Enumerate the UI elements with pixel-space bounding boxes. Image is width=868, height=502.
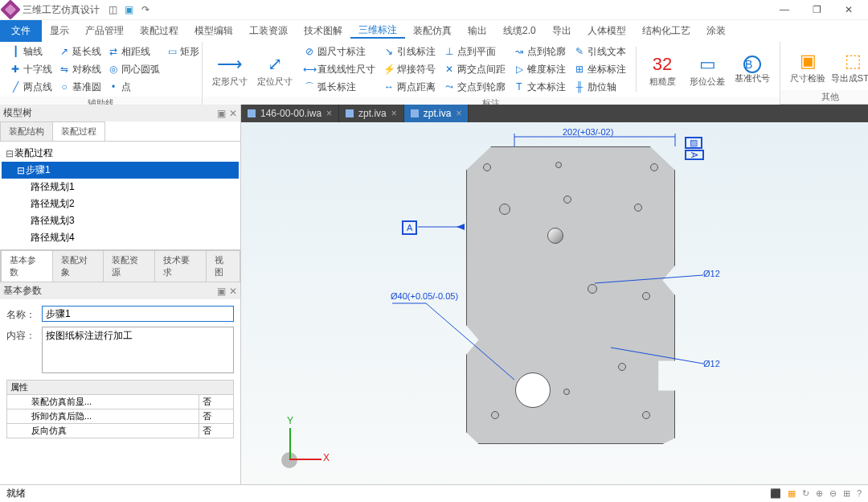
chart-icon[interactable]: ◫ [108,4,117,15]
status-icon[interactable]: ⊕ [816,488,823,499]
tree-step[interactable]: 步骤1 [26,163,51,177]
tab-assembly-structure[interactable]: 装配结构 [0,121,53,141]
doctab[interactable]: 146-00-00.iwa× [241,105,339,122]
tab-assembly-process[interactable]: 装配过程 [52,121,105,141]
aux-cross[interactable]: ✚十字线 [10,61,52,77]
anno-pttoplane[interactable]: ⊥点到平面 [444,43,506,60]
anno-coord[interactable]: ⊞坐标标注 [574,61,626,77]
menu-item[interactable]: 产品管理 [77,24,132,38]
menu-item[interactable]: 人体模型 [579,24,634,38]
menu-item[interactable]: 装配仿真 [405,24,460,38]
anno-leader[interactable]: ↘引线标注 [383,43,436,60]
tab-assembly-obj[interactable]: 装配对象 [52,250,104,282]
anno-text[interactable]: T文本标注 [514,79,566,95]
redo-icon[interactable]: ↷ [141,4,149,15]
input-name[interactable] [42,306,234,322]
aux-point[interactable]: •点 [108,79,160,95]
close-tab-icon[interactable]: × [391,108,397,119]
tab-view[interactable]: 视图 [206,250,240,282]
window-close[interactable]: ✕ [833,0,865,19]
tree-root[interactable]: 装配过程 [14,146,53,160]
tab-basic-param[interactable]: 基本参数 [1,250,53,282]
anno-leadertext[interactable]: ✎引线文本 [574,43,626,60]
anno-linear[interactable]: ⟷直线线性尺寸 [304,61,375,77]
window-minimize[interactable]: — [768,0,800,19]
status-icon[interactable]: ⊞ [843,488,850,499]
close-tab-icon[interactable]: × [456,108,461,119]
close-panel-icon[interactable]: ✕ [229,108,237,119]
big-roughness[interactable]: 32粗糙度 [640,52,685,86]
menubar: 文件 显示 产品管理 装配过程 模型编辑 工装资源 技术图解 三维标注 装配仿真… [0,19,868,42]
anno-twointersect[interactable]: ✕两交点间距 [444,61,506,77]
aux-symmetry[interactable]: ⇋对称线 [59,61,101,77]
anno-rib[interactable]: ╫肋位轴 [574,79,626,95]
menu-item[interactable]: 结构化工艺 [634,24,698,38]
status-icon[interactable]: ? [857,488,862,499]
model-tree[interactable]: ⊟装配过程 ⊟步骤1 路径规划1 路径规划2 路径规划3 路径规划4 [0,142,240,249]
anno-arc[interactable]: ⌒弧长标注 [304,79,375,95]
menu-item[interactable]: 技术图解 [296,24,350,38]
doctab[interactable]: zpt.iva× [339,105,404,122]
tab-assembly-res[interactable]: 装配资源 [103,250,155,282]
menu-item[interactable]: 导出 [544,24,579,38]
app-logo [0,0,20,20]
anno-weld[interactable]: ⚡焊接符号 [383,61,436,77]
aux-extend[interactable]: ↗延长线 [59,43,101,60]
aux-twopoint[interactable]: ╱两点线 [10,79,52,95]
status-icon[interactable]: ▦ [788,488,796,499]
sidebar: 模型树 ▣✕ 装配结构 装配过程 ⊟装配过程 ⊟步骤1 路径规划1 路径规划2 … [0,105,241,484]
close-panel-icon[interactable]: ✕ [229,286,237,297]
menu-item[interactable]: 涂装 [698,24,734,38]
close-tab-icon[interactable]: × [326,108,332,119]
aux-rect[interactable]: ▭矩形 [166,43,199,60]
ribbon: ┃轴线 ↗延长线 ⇄相距线 ▭矩形 ✚十字线 ⇋对称线 ◎同心圆弧 ╱两点线 ○… [0,42,868,105]
menu-item[interactable]: 装配过程 [132,24,186,38]
aux-basecircle[interactable]: ○基准圆 [59,79,101,95]
tree-path[interactable]: 路径规划3 [31,214,75,228]
svg-marker-4 [457,224,465,230]
pin-icon[interactable]: ▣ [217,286,226,297]
status-icon[interactable]: ⬛ [770,488,781,499]
save-icon[interactable]: ▣ [125,4,133,15]
menu-item[interactable]: 输出 [460,24,495,38]
menu-item[interactable]: 显示 [42,24,77,38]
anno-ptcontour[interactable]: ↝点到轮廓 [514,43,566,60]
status-icon[interactable]: ⊖ [829,488,837,499]
aux-distance[interactable]: ⇄相距线 [108,43,160,60]
part-plate[interactable] [466,146,675,444]
menu-item[interactable]: 工装资源 [241,24,296,38]
big-datum[interactable]: B基准代号 [730,56,775,83]
tree-path[interactable]: 路径规划4 [31,231,75,245]
datum-right: A [685,150,704,160]
tab-tech-req[interactable]: 技术要求 [154,250,207,282]
status-text: 就绪 [6,487,26,500]
tree-path[interactable]: 路径规划1 [31,180,75,194]
big-tolerance[interactable]: ▭形位公差 [685,52,730,86]
big-export-stp[interactable]: ⬚导出成STP [830,49,868,83]
menu-item[interactable]: 模型编辑 [186,24,241,38]
menu-item-active[interactable]: 三维标注 [350,23,405,39]
menu-item[interactable]: 线缆2.0 [495,24,544,38]
pin-icon[interactable]: ▣ [217,108,226,119]
status-icon[interactable]: ↻ [802,488,809,499]
doctab-active[interactable]: zpt.iva× [404,105,469,122]
big-inspect[interactable]: ▣尺寸检验 [785,49,830,83]
textarea-content[interactable] [42,327,234,373]
big-form-dim[interactable]: ⟶定形尺寸 [207,52,252,86]
anno-intercontour[interactable]: ⤳交点到轮廓 [444,79,506,95]
anno-circle[interactable]: ⊘圆尺寸标注 [304,43,375,60]
window-maximize[interactable]: ❐ [800,0,833,19]
cube-icon [411,109,419,117]
aux-concentric[interactable]: ◎同心圆弧 [108,61,160,77]
quick-access[interactable]: ◫ ▣ ↷ [106,4,152,15]
dim-phi12a: Ø12 [703,269,720,278]
viewport[interactable]: 146-00-00.iwa× zpt.iva× zpt.iva× [241,105,868,484]
anno-taper[interactable]: ▷锥度标注 [514,61,566,77]
menu-file[interactable]: 文件 [0,20,42,42]
big-locate-dim[interactable]: ⤢定位尺寸 [252,52,297,86]
tree-path[interactable]: 路径规划2 [31,197,75,211]
aux-axis[interactable]: ┃轴线 [10,43,52,60]
anno-twopoint[interactable]: ↔两点距离 [383,79,436,95]
document-tabs: 146-00-00.iwa× zpt.iva× zpt.iva× [241,105,868,122]
status-icons[interactable]: ⬛ ▦ ↻ ⊕ ⊖ ⊞ ? [770,488,862,499]
